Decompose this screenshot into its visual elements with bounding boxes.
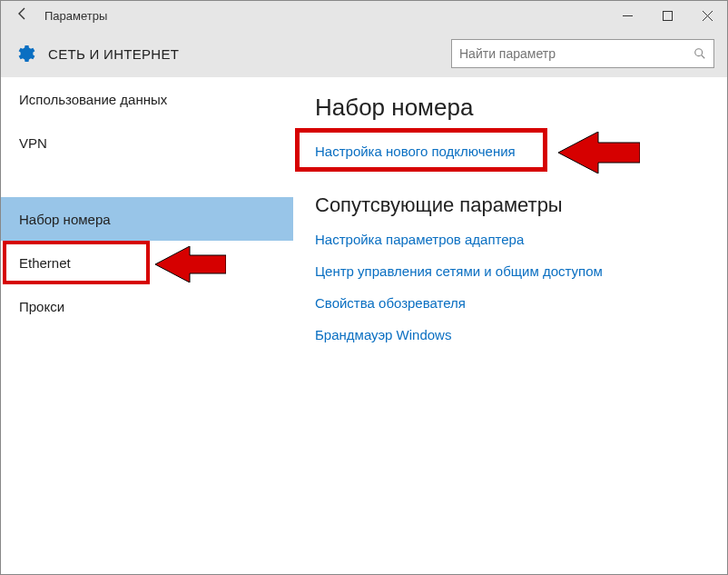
window-controls [607,1,727,30]
svg-marker-7 [558,132,640,173]
svg-point-4 [695,49,703,56]
search-icon [694,47,706,60]
body: Использование данных VPN Набор номера Et… [1,77,727,575]
sidebar: Использование данных VPN Набор номера Et… [1,77,293,575]
main-content: Набор номера Настройка нового подключени… [293,77,727,575]
related-heading: Сопутсвующие параметры [315,193,705,217]
link-firewall[interactable]: Брандмауэр Windows [315,327,451,342]
search-input[interactable] [459,46,694,61]
annotation-arrow-icon [558,132,640,173]
link-adapter-settings[interactable]: Настройка параметров адаптера [315,232,524,247]
sidebar-item-label: Прокси [19,299,64,314]
page-heading: СЕТЬ И ИНТЕРНЕТ [48,46,451,62]
sidebar-item-label: Набор номера [19,212,111,227]
sidebar-item-vpn[interactable]: VPN [1,121,293,164]
main-heading: Набор номера [315,94,705,122]
window-title: Параметры [37,9,607,23]
sidebar-item-data-usage[interactable]: Использование данных [1,77,293,121]
minimize-button[interactable] [607,1,647,30]
title-bar: Параметры [1,1,727,30]
back-button[interactable] [8,6,37,25]
sidebar-item-label: VPN [19,135,47,151]
link-browser-properties[interactable]: Свойства обозревателя [315,295,466,311]
sidebar-item-ethernet[interactable]: Ethernet [1,241,293,284]
maximize-button[interactable] [647,1,687,30]
link-network-center[interactable]: Центр управления сетями и общим доступом [315,263,603,279]
sidebar-item-label: Использование данных [19,92,167,107]
gear-icon [14,43,35,64]
svg-line-5 [702,55,705,59]
sidebar-item-label: Ethernet [19,255,71,271]
svg-rect-1 [663,11,672,20]
sidebar-item-dialup[interactable]: Набор номера [1,197,293,241]
close-button[interactable] [687,1,727,30]
header: СЕТЬ И ИНТЕРНЕТ [1,30,727,77]
sidebar-item-proxy[interactable]: Прокси [1,284,293,328]
search-box[interactable] [451,39,714,68]
link-new-connection[interactable]: Настройка нового подключения [315,144,516,159]
